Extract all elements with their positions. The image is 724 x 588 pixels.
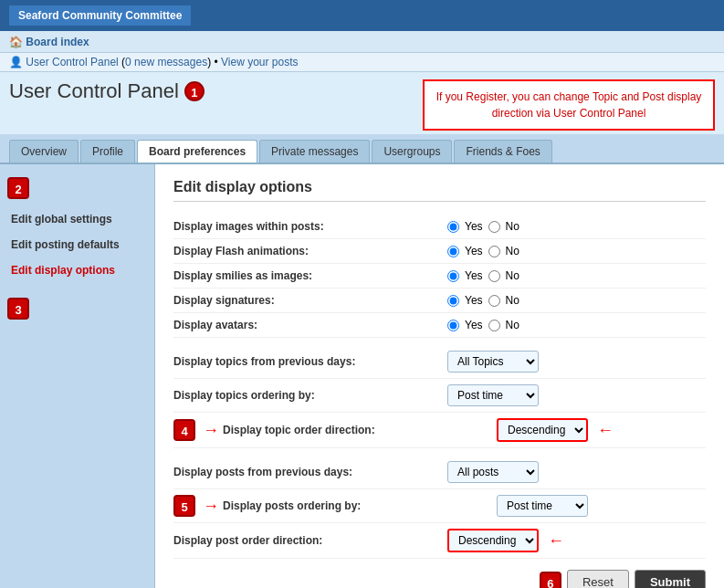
radio-smilies-no[interactable] <box>488 270 500 282</box>
sidebar-item-display-options[interactable]: Edit display options <box>0 257 154 283</box>
label-posts-days: Display posts from previous days: <box>173 466 447 478</box>
radio-avatars-no[interactable] <box>488 320 500 331</box>
select-posts-order[interactable]: Post time Post title Post count <box>497 495 588 517</box>
radio-sigs-yes[interactable] <box>447 295 459 307</box>
select-topic-direction[interactable]: Descending Ascending <box>497 418 588 442</box>
select-topics-order-wrapper: Post time Topic title Post count Views <box>447 384 539 406</box>
site-header: Seaford Community Committee <box>0 0 724 31</box>
sidebar: 2 Edit global settings Edit posting defa… <box>0 164 155 588</box>
radio-flash-yes[interactable] <box>447 246 459 257</box>
radio-avatars-yes[interactable] <box>447 320 459 331</box>
badge-4: 4 <box>173 419 195 441</box>
label-post-direction: Display post order direction: <box>173 534 447 547</box>
label-topics-days: Display topics from previous days: <box>173 355 447 368</box>
label-signatures: Display signatures: <box>173 294 447 307</box>
badge-6: 6 <box>540 572 561 589</box>
select-posts-order-wrapper: Post time Post title Post count <box>497 495 588 517</box>
reset-button[interactable]: Reset <box>567 570 629 588</box>
ucp-link[interactable]: User Control Panel <box>26 56 118 68</box>
tab-usergroups[interactable]: Usergroups <box>372 140 452 163</box>
arrow-post-direction: ← <box>548 531 564 551</box>
section-title: Edit display options <box>173 179 706 202</box>
select-posts-days-wrapper: All posts 1 Day 7 Days 2 Weeks 1 Month <box>447 461 539 483</box>
label-avatars: Display avatars: <box>173 319 447 331</box>
field-posts-days: Display posts from previous days: All po… <box>173 456 706 489</box>
callout-box: If you Register, you can change Topic an… <box>423 79 715 131</box>
field-post-direction: Display post order direction: Descending… <box>173 523 706 559</box>
submit-button[interactable]: Submit <box>635 570 706 588</box>
tab-board-preferences[interactable]: Board preferences <box>137 140 257 163</box>
field-topics-days: Display topics from previous days: All T… <box>173 345 706 379</box>
tab-private-messages[interactable]: Private messages <box>259 140 370 163</box>
tab-overview[interactable]: Overview <box>9 140 79 163</box>
label-images: Display images within posts: <box>173 220 447 233</box>
board-index-link[interactable]: Board index <box>9 36 89 48</box>
arrow-topic-direction: ← <box>597 421 614 440</box>
label-flash: Display Flash animations: <box>173 245 447 257</box>
radio-smilies-yes[interactable] <box>447 270 459 282</box>
select-topics-order[interactable]: Post time Topic title Post count Views <box>447 384 539 406</box>
field-signatures: Display signatures: Yes No <box>173 289 706 313</box>
radio-images-yes[interactable] <box>447 221 459 233</box>
select-topics-days-wrapper: All Topics 1 Day 7 Days 2 Weeks 1 Month <box>447 351 539 373</box>
page-title: User Control Panel <box>9 79 179 103</box>
site-name: Seaford Community Committee <box>9 5 191 26</box>
radio-flash-no[interactable] <box>488 246 500 257</box>
radio-sigs-no[interactable] <box>488 295 500 307</box>
tabs-row: Overview Profile Board preferences Priva… <box>0 134 724 163</box>
radio-smilies: Yes No <box>447 269 519 282</box>
field-topic-direction: 4 → Display topic order direction: Desce… <box>173 413 706 448</box>
tab-friends-foes[interactable]: Friends & Foes <box>454 140 551 163</box>
sidebar-item-global-settings[interactable]: Edit global settings <box>0 206 154 232</box>
new-messages-link[interactable]: 0 new messages <box>125 56 207 68</box>
button-row: 6 Reset Submit <box>173 559 706 588</box>
view-posts-link[interactable]: View your posts <box>221 56 299 68</box>
radio-images-no[interactable] <box>488 221 500 233</box>
content-panel: Edit display options Display images with… <box>155 164 724 588</box>
label-topics-order: Display topics ordering by: <box>173 389 447 402</box>
user-bar: 👤 User Control Panel (0 new messages) • … <box>0 53 724 72</box>
select-posts-days[interactable]: All posts 1 Day 7 Days 2 Weeks 1 Month <box>447 461 539 483</box>
page-title-row: User Control Panel 1 If you Register, yo… <box>0 72 724 134</box>
field-topics-order: Display topics ordering by: Post time To… <box>173 379 706 413</box>
select-post-direction-wrapper: Descending Ascending ← <box>447 529 564 552</box>
board-index-bar: Board index <box>0 31 724 53</box>
field-flash: Display Flash animations: Yes No <box>173 239 706 264</box>
radio-signatures: Yes No <box>447 294 519 307</box>
radio-flash: Yes No <box>447 245 519 257</box>
label-posts-order: Display posts ordering by: <box>223 499 497 512</box>
badge-2: 2 <box>7 177 29 199</box>
badge-3: 3 <box>7 298 29 320</box>
label-smilies: Display smilies as images: <box>173 269 447 282</box>
field-smilies: Display smilies as images: Yes No <box>173 264 706 289</box>
tab-profile[interactable]: Profile <box>80 140 135 163</box>
select-post-direction[interactable]: Descending Ascending <box>447 529 539 552</box>
label-topic-direction: Display topic order direction: <box>223 424 497 436</box>
badge-5: 5 <box>173 495 195 517</box>
radio-images: Yes No <box>447 220 519 233</box>
field-posts-order: 5 → Display posts ordering by: Post time… <box>173 489 706 523</box>
radio-avatars: Yes No <box>447 319 519 331</box>
select-topics-days[interactable]: All Topics 1 Day 7 Days 2 Weeks 1 Month <box>447 351 539 373</box>
field-avatars: Display avatars: Yes No <box>173 313 706 338</box>
sidebar-item-posting-defaults[interactable]: Edit posting defaults <box>0 232 154 257</box>
select-topic-direction-wrapper: Descending Ascending ← <box>497 418 614 442</box>
field-images-in-posts: Display images within posts: Yes No <box>173 215 706 239</box>
badge-1: 1 <box>184 81 205 101</box>
main-content: 2 Edit global settings Edit posting defa… <box>0 163 724 588</box>
